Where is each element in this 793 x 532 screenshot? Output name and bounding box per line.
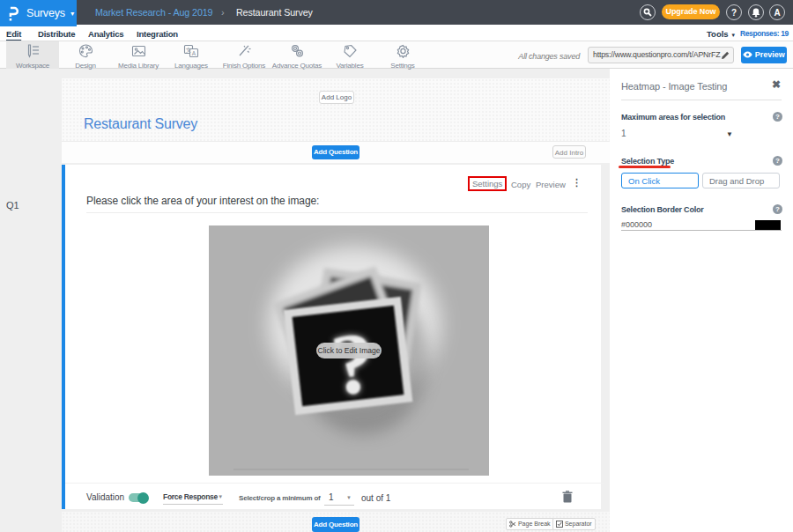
svg-text:A: A [192,50,196,56]
svg-text:文: 文 [186,47,192,53]
svg-text:Click to Edit Image: Click to Edit Image [318,346,381,355]
